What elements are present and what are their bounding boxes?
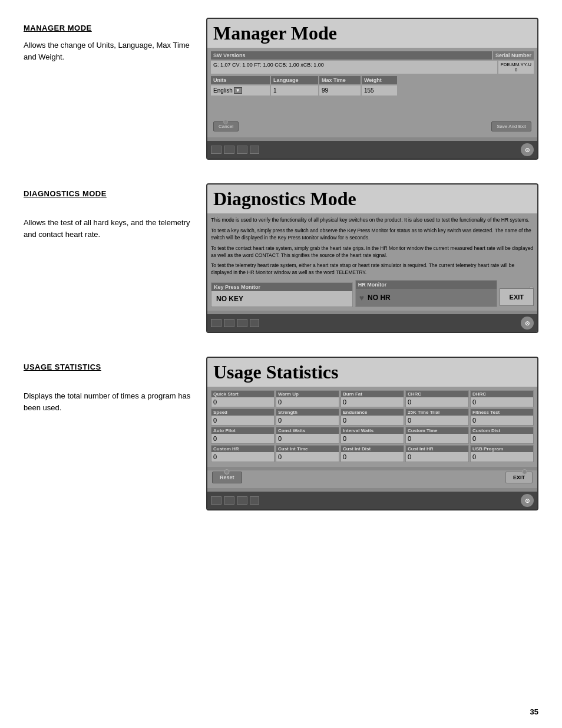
usage-bottom-icons xyxy=(211,496,270,505)
usage-cell-header: 25K Time Trial xyxy=(406,409,468,416)
bottom-right-icon: ⊙ xyxy=(521,143,534,156)
usage-cell-cust-int-dist: Cust Int Dist 0 xyxy=(340,445,404,462)
diag-icon-1 xyxy=(211,319,222,327)
usage-cell-speed: Speed 0 xyxy=(211,409,275,426)
serial-value: FDE.MM.YY-U 0 xyxy=(498,61,534,74)
exit-green-dot xyxy=(522,469,527,475)
usage-cell-fitness-test: Fitness Test 0 xyxy=(470,409,534,426)
usage-cell-header: Cust Int Time xyxy=(276,446,339,452)
dropdown-arrow-icon[interactable]: ▼ xyxy=(234,87,242,94)
hr-value: NO HR xyxy=(366,291,392,304)
usage-icon-4 xyxy=(250,496,259,505)
reset-label: Reset xyxy=(220,475,234,480)
cancel-button[interactable]: Cancel xyxy=(213,121,239,131)
usage-statistics-section: USAGE STATISTICS Displays the total numb… xyxy=(24,357,538,510)
usage-cell-header: DHRC xyxy=(471,391,533,397)
diagnostics-mode-title: DIAGNOSTICS MODE xyxy=(24,189,194,198)
reset-exit-row: Reset EXIT xyxy=(211,470,534,485)
diag-icon-5 xyxy=(262,319,270,327)
usage-cell-custom-hr: Custom HR 0 xyxy=(211,445,275,462)
english-text: English xyxy=(213,87,233,94)
usage-cell-warm-up: Warm Up 0 xyxy=(276,390,339,407)
usage-icon-5 xyxy=(262,496,270,505)
cancel-dot xyxy=(223,120,228,124)
manager-fields-values: English ▼ 1 99 155 xyxy=(211,85,534,95)
save-label: Save And Exit xyxy=(497,124,526,129)
usage-cell-value: 0 xyxy=(341,397,404,407)
usage-cell-header: Burn Fat xyxy=(341,391,404,397)
diag-spacer xyxy=(24,205,194,217)
usage-cell-cust-int-time: Cust Int Time 0 xyxy=(276,445,339,462)
manager-screen-title: Manager Mode xyxy=(207,19,537,48)
usage-cell-header: CHRC xyxy=(406,391,468,397)
max-time-value[interactable]: 99 xyxy=(319,85,361,95)
usage-cell-value: 0 xyxy=(341,434,404,443)
language-value[interactable]: 1 xyxy=(271,85,318,95)
usage-cell-header: Custom Time xyxy=(406,427,468,434)
manager-inner: SW Versions Serial Number G: 1.07 CV: 1.… xyxy=(207,48,537,137)
usage-cell-chrc: CHRC 0 xyxy=(405,390,469,407)
sw-value: G: 1.07 CV: 1.00 FT: 1.00 CCB: 1.00 xCB:… xyxy=(211,61,497,74)
usage-cell-const-watts: Const Watts 0 xyxy=(276,427,339,444)
usage-cell-header: Cust Int Dist xyxy=(341,446,404,452)
manager-mode-text: MANAGER MODE Allows the change of Units,… xyxy=(24,18,206,62)
key-press-value: NO KEY xyxy=(211,291,352,307)
key-press-monitor: Key Press Monitor NO KEY xyxy=(211,282,353,307)
weight-header: Weight xyxy=(362,76,397,84)
icon-1 xyxy=(211,146,222,154)
heart-icon: ♥ xyxy=(359,293,364,302)
usage-cell-value: 0 xyxy=(341,452,404,462)
usage-cell-auto-pilot: Auto Pilot 0 xyxy=(211,427,275,444)
usage-cell-endurance: Endurance 0 xyxy=(340,409,404,426)
usage-cell-header: Endurance xyxy=(341,409,404,416)
bottom-icons xyxy=(211,146,270,154)
exit-area: EXIT xyxy=(500,286,534,307)
usage-cell-strength: Strength 0 xyxy=(276,409,339,426)
usage-cell-header: Cust Int HR xyxy=(406,446,468,452)
icon-4 xyxy=(250,146,259,154)
manager-mode-body: Allows the change of Units, Language, Ma… xyxy=(24,39,194,62)
usage-cell-header: Warm Up xyxy=(276,391,339,397)
reset-dot xyxy=(224,469,230,475)
usage-cell-header: Interval Watts xyxy=(341,427,404,434)
usage-cell-usb-program: USB Program 0 xyxy=(470,445,534,462)
weight-value[interactable]: 155 xyxy=(362,85,397,95)
usage-cell-value: 0 xyxy=(406,397,468,407)
spacer xyxy=(211,95,534,119)
save-button[interactable]: Save And Exit xyxy=(491,121,531,131)
usage-cell-header: Speed xyxy=(211,409,274,416)
usage-inner: Quick Start 0Warm Up 0Burn Fat 0CHRC 0DH… xyxy=(207,387,537,467)
usage-statistics-body: Displays the total number of times a pro… xyxy=(24,390,194,413)
diagnostics-mode-screen: Diagnostics Mode This mode is used to ve… xyxy=(206,183,538,333)
diag-desc-3: To test the contact heart rate system, s… xyxy=(211,245,534,259)
usage-exit-button[interactable]: EXIT xyxy=(505,472,533,483)
usage-bottom-right-icon: ⊙ xyxy=(521,494,534,507)
usage-cell-dhrc: DHRC 0 xyxy=(470,390,534,407)
manager-mode-title: MANAGER MODE xyxy=(24,24,194,32)
usage-cell-header: Custom Dist xyxy=(471,427,533,434)
usage-cell-value: 0 xyxy=(276,452,339,462)
usage-cell-value: 0 xyxy=(406,434,468,443)
usage-cell-value: 0 xyxy=(406,416,468,425)
manager-mode-section: MANAGER MODE Allows the change of Units,… xyxy=(24,18,538,160)
exit-button[interactable]: EXIT xyxy=(500,288,534,306)
diag-inner: This mode is used to verify the function… xyxy=(207,213,537,311)
usage-cell-burn-fat: Burn Fat 0 xyxy=(340,390,404,407)
diag-monitors: Key Press Monitor NO KEY HR Monitor ♥ NO… xyxy=(211,280,534,307)
usage-cell-value: 0 xyxy=(471,434,533,443)
usage-cell-quick-start: Quick Start 0 xyxy=(211,390,275,407)
usage-icon-2 xyxy=(224,496,234,505)
usage-cell-value: 0 xyxy=(211,452,274,462)
units-header: Units xyxy=(211,76,270,84)
usage-cell-header: Custom HR xyxy=(211,446,274,452)
hr-monitor-header: HR Monitor xyxy=(356,281,497,289)
reset-button[interactable]: Reset xyxy=(212,472,242,483)
usage-bottom-bar: ⊙ xyxy=(207,492,537,509)
sw-versions-label: SW Versions xyxy=(211,51,492,60)
usage-cell-value: 0 xyxy=(211,397,274,407)
usage-cell-value: 0 xyxy=(341,416,404,425)
diagnostics-mode-section: DIAGNOSTICS MODE Allows the test of all … xyxy=(24,183,538,333)
english-dropdown[interactable]: English ▼ xyxy=(213,87,242,94)
diag-desc-2: To test a key switch, simply press the s… xyxy=(211,228,534,242)
cancel-label: Cancel xyxy=(219,124,233,129)
